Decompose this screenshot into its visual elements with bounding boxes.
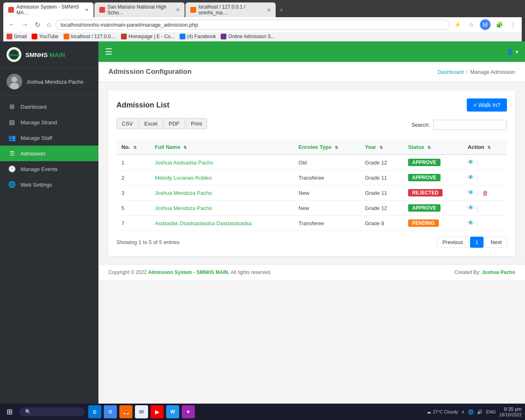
status-badge: PENDING (408, 219, 439, 227)
sidebar-item-dashboard[interactable]: ⊞ Dashboard (0, 99, 98, 114)
new-tab-button[interactable]: + (276, 2, 286, 17)
profile-button[interactable]: M (480, 19, 491, 30)
bookmark-localhost[interactable]: localhost / 127.0.0.... (64, 34, 116, 39)
view-button[interactable]: 👁 (468, 219, 474, 227)
weather-icon: ☁ (427, 409, 431, 415)
action-buttons: 👁 | (468, 219, 502, 227)
browser-tab-3[interactable]: localhost / 127.0.0.1 / smnhs_ma… ✕ (185, 2, 276, 17)
taskbar-sound: 🔊 (477, 409, 483, 415)
taskbar-app-chrome[interactable] (104, 405, 117, 418)
sort-icon-year: ⇅ (379, 145, 383, 150)
csv-button[interactable]: CSV (116, 118, 138, 129)
cell-status: PENDING (403, 216, 463, 231)
back-button[interactable]: ← (7, 20, 17, 29)
cell-no: 2 (116, 170, 150, 185)
view-button[interactable]: 👁 (468, 189, 474, 196)
col-action[interactable]: Action ⇅ (463, 140, 507, 155)
browser-tab-1[interactable]: Admission System - SMNHS MA… ✕ (3, 2, 94, 17)
word-icon: W (170, 409, 175, 415)
mail-icon: ✉ (139, 409, 144, 415)
user-menu[interactable]: 👤 ▾ (507, 49, 518, 55)
status-badge: REJECTED (408, 189, 443, 196)
next-button[interactable]: Next (485, 237, 507, 248)
sidebar-item-admission[interactable]: ☰ Admission (0, 146, 98, 161)
extensions-button[interactable]: ⚡ (452, 19, 463, 30)
address-text: localhost/smnhs-main/main-panel/manage_a… (61, 22, 444, 28)
sort-icon-fullname: ⇅ (183, 145, 187, 150)
search-row: Search: (411, 120, 507, 130)
reload-button[interactable]: ↻ (33, 20, 42, 30)
cell-year: Grade 11 (360, 170, 403, 185)
sidebar-item-manage-strand[interactable]: ▤ Manage Strand (0, 114, 98, 130)
taskbar-app-mail[interactable]: ✉ (135, 405, 148, 418)
home-button[interactable]: ⌂ (45, 20, 53, 29)
nav-icons: ⚡ ☆ M 🧩 ⋮ (452, 19, 518, 30)
taskbar-network: 🌐 (468, 409, 474, 415)
taskbar-app-word[interactable]: W (166, 405, 179, 418)
cell-action: 👁 | (463, 216, 507, 231)
cell-fullname: Joshua Asdsadsa Pacho (150, 155, 294, 170)
address-bar[interactable]: localhost/smnhs-main/main-panel/manage_a… (55, 20, 450, 30)
sidebar-item-manage-staff[interactable]: 👥 Manage Staff (0, 130, 98, 146)
col-no[interactable]: No. ⇅ (116, 140, 150, 155)
tab-close-2[interactable]: ✕ (176, 7, 180, 13)
taskbar-app-misc[interactable]: ✦ (182, 405, 195, 418)
bookmark-facebook[interactable]: (4) Facebook (180, 34, 216, 39)
puzzle-button[interactable]: 🧩 (494, 19, 504, 30)
page-1-button[interactable]: 1 (470, 237, 484, 248)
cell-fullname: Joshua Mendoza Pacho (150, 185, 294, 201)
prev-button[interactable]: Previous (437, 237, 468, 248)
bookmark-youtube[interactable]: YouTube (32, 34, 58, 39)
view-button[interactable]: 👁 (468, 159, 474, 166)
col-fullname[interactable]: Full Name ⇅ (150, 140, 294, 155)
sidebar-item-events-label: Manage Events (21, 166, 57, 172)
action-separator: | (477, 160, 478, 166)
search-input[interactable] (433, 120, 507, 130)
admission-card: Admission List + Walk In? CSV Excel PDF … (108, 90, 515, 256)
hamburger-button[interactable]: ☰ (105, 47, 112, 57)
action-separator: | (477, 205, 478, 211)
sidebar-item-manage-events[interactable]: 🕐 Manage Events (0, 161, 98, 177)
start-button[interactable]: ⊞ (3, 406, 16, 418)
pdf-button[interactable]: PDF (164, 118, 185, 129)
view-button[interactable]: 👁 (468, 204, 474, 212)
online-icon (221, 34, 226, 39)
bookmark-gmail[interactable]: Gmail (7, 34, 27, 39)
cell-fullname: Joshua Mendoza Pacho (150, 201, 294, 216)
breadcrumb-dashboard[interactable]: Dashboard (438, 69, 464, 75)
taskbar-app-edge[interactable]: e (88, 405, 101, 418)
cell-no: 1 (116, 155, 150, 170)
browser-tab-2[interactable]: San Mariano National High Scho… ✕ (94, 2, 185, 17)
walk-in-button[interactable]: + Walk In? (467, 98, 507, 112)
content-body: Admission List + Walk In? CSV Excel PDF … (98, 82, 525, 264)
taskbar-search[interactable] (19, 407, 85, 416)
col-status[interactable]: Status ⇅ (403, 140, 463, 155)
taskbar-apps: e 🦊 ✉ ▶ W ✦ (88, 405, 423, 418)
bookmark-online[interactable]: Online Admission S... (221, 34, 275, 39)
settings-button[interactable]: ⋮ (508, 19, 518, 30)
view-button[interactable]: 👁 (468, 174, 474, 181)
delete-button[interactable]: 🗑 (482, 189, 488, 196)
bookmark-homepage[interactable]: Homepage | E - Co... (121, 34, 175, 39)
taskbar-app-youtube[interactable]: ▶ (151, 405, 164, 418)
sidebar: SMNHS SMNHS MAIN Joshua Mendoza Pacho ⊞ … (0, 41, 98, 404)
breadcrumb: Dashboard / Manage Admission (438, 69, 515, 75)
taskbar-app-firefox[interactable]: 🦊 (119, 405, 132, 418)
search-label: Search: (411, 122, 430, 128)
footer-created-by-name[interactable]: Joshua Pacho (482, 269, 515, 275)
sidebar-item-web-settings[interactable]: 🌐 Web Settings (0, 177, 98, 192)
print-button[interactable]: Print (186, 118, 208, 129)
col-year[interactable]: Year ⇅ (360, 140, 403, 155)
excel-button[interactable]: Excel (139, 118, 163, 129)
cell-action: 👁 | (463, 155, 507, 170)
taskbar-time: 9:35 pm (499, 406, 522, 412)
tab-close-1[interactable]: ✕ (85, 7, 89, 13)
bookmark-facebook-label: (4) Facebook (187, 34, 216, 39)
tab-label-2: San Mariano National High Scho… (107, 4, 173, 16)
sidebar-nav: ⊞ Dashboard ▤ Manage Strand 👥 Manage Sta… (0, 96, 98, 404)
footer-app-name[interactable]: Admission System - SMNHS MAIN. (148, 269, 230, 275)
col-enrolee-type[interactable]: Enrolee Type ⇅ (294, 140, 360, 155)
forward-button[interactable]: → (20, 20, 30, 29)
bookmark-button[interactable]: ☆ (466, 19, 477, 30)
tab-close-3[interactable]: ✕ (267, 7, 271, 13)
